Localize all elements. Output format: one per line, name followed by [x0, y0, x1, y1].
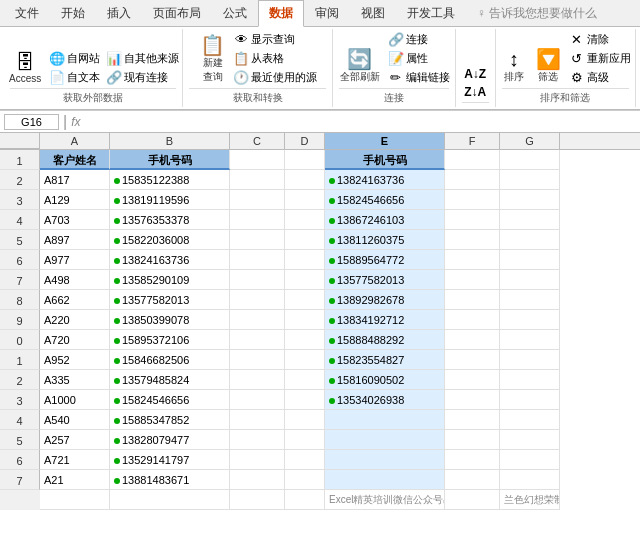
cell-c-4[interactable] [230, 250, 285, 270]
cell-e-6[interactable]: 13892982678 [325, 290, 445, 310]
cell-c-3[interactable] [230, 230, 285, 250]
cell-a-0[interactable]: A817 [40, 170, 110, 190]
web-button[interactable]: 🌐 自网站 [47, 50, 102, 67]
cell-e-1[interactable]: 15824546656 [325, 190, 445, 210]
cell-c-15[interactable] [230, 470, 285, 490]
cell-b-6[interactable]: 13577582013 [110, 290, 230, 310]
row-num-10[interactable]: 0 [0, 330, 40, 350]
cell-e-10[interactable]: 15816090502 [325, 370, 445, 390]
tab-view[interactable]: 视图 [350, 0, 396, 26]
cell-d-14[interactable] [285, 450, 325, 470]
cell-d-2[interactable] [285, 210, 325, 230]
cell-a-14[interactable]: A721 [40, 450, 110, 470]
cell-c-1[interactable] [230, 190, 285, 210]
cell-b-5[interactable]: 13585290109 [110, 270, 230, 290]
row-num-17[interactable]: 7 [0, 470, 40, 490]
cell-a-8[interactable]: A720 [40, 330, 110, 350]
cell-f-12[interactable] [445, 410, 500, 430]
cell-g-4[interactable] [500, 250, 560, 270]
cell-g-3[interactable] [500, 230, 560, 250]
recent-sources-button[interactable]: 🕐 最近使用的源 [231, 69, 319, 86]
cell-f-11[interactable] [445, 390, 500, 410]
cell-b-8[interactable]: 15895372106 [110, 330, 230, 350]
cell-a-13[interactable]: A257 [40, 430, 110, 450]
advanced-button[interactable]: ⚙ 高级 [567, 69, 633, 86]
cell-b-3[interactable]: 15822036008 [110, 230, 230, 250]
cell-c-0[interactable] [230, 170, 285, 190]
cell-b-15[interactable]: 13881483671 [110, 470, 230, 490]
cell-b-2[interactable]: 13576353378 [110, 210, 230, 230]
cell-c-8[interactable] [230, 330, 285, 350]
cell-f-3[interactable] [445, 230, 500, 250]
clear-button[interactable]: ✕ 清除 [567, 31, 633, 48]
cell-d-8[interactable] [285, 330, 325, 350]
cell-g-10[interactable] [500, 370, 560, 390]
cell-a-12[interactable]: A540 [40, 410, 110, 430]
cell-g-13[interactable] [500, 430, 560, 450]
cell-g-6[interactable] [500, 290, 560, 310]
sort-az-button[interactable]: A↓Z [462, 66, 488, 82]
cell-c-6[interactable] [230, 290, 285, 310]
formula-input[interactable] [85, 116, 637, 128]
cell-e-13[interactable] [325, 430, 445, 450]
cell-c-11[interactable] [230, 390, 285, 410]
col-header-g[interactable]: G [500, 133, 560, 149]
row-num-12[interactable]: 2 [0, 370, 40, 390]
cell-1d[interactable] [285, 150, 325, 170]
cell-c-2[interactable] [230, 210, 285, 230]
edit-links-button[interactable]: ✏ 编辑链接 [386, 69, 452, 86]
cell-c-7[interactable] [230, 310, 285, 330]
refresh-all-button[interactable]: 🔄 全部刷新 [336, 47, 384, 86]
row-num-15[interactable]: 5 [0, 430, 40, 450]
cell-b-10[interactable]: 13579485824 [110, 370, 230, 390]
cell-b-9[interactable]: 15846682506 [110, 350, 230, 370]
filter-button[interactable]: 🔽 筛选 [532, 47, 565, 86]
access-button[interactable]: 🗄 Access [5, 50, 45, 86]
cell-d-13[interactable] [285, 430, 325, 450]
cell-c-14[interactable] [230, 450, 285, 470]
cell-b-12[interactable]: 15885347852 [110, 410, 230, 430]
cell-d-0[interactable] [285, 170, 325, 190]
row-num-11[interactable]: 1 [0, 350, 40, 370]
cell-a-3[interactable]: A897 [40, 230, 110, 250]
header-customer[interactable]: 客户姓名 [40, 150, 110, 170]
cell-a-15[interactable]: A21 [40, 470, 110, 490]
row-num-4[interactable]: 4 [0, 210, 40, 230]
row-num-1[interactable]: 1 [0, 150, 40, 170]
reapply-button[interactable]: ↺ 重新应用 [567, 50, 633, 67]
cell-g-8[interactable] [500, 330, 560, 350]
row-num-3[interactable]: 3 [0, 190, 40, 210]
connection-button[interactable]: 🔗 连接 [386, 31, 452, 48]
cell-g-7[interactable] [500, 310, 560, 330]
cell-g-5[interactable] [500, 270, 560, 290]
cell-d-12[interactable] [285, 410, 325, 430]
col-header-e[interactable]: E [325, 133, 445, 149]
tab-help[interactable]: ♀ 告诉我您想要做什么 [466, 0, 608, 26]
cell-a-1[interactable]: A129 [40, 190, 110, 210]
cell-d-9[interactable] [285, 350, 325, 370]
cell-a-10[interactable]: A335 [40, 370, 110, 390]
cell-f-15[interactable] [445, 470, 500, 490]
cell-e-5[interactable]: 13577582013 [325, 270, 445, 290]
tab-file[interactable]: 文件 [4, 0, 50, 26]
cell-f-13[interactable] [445, 430, 500, 450]
tab-data[interactable]: 数据 [258, 0, 304, 27]
header-phone-b[interactable]: 手机号码 [110, 150, 230, 170]
cell-1c[interactable] [230, 150, 285, 170]
col-header-c[interactable]: C [230, 133, 285, 149]
cell-a-11[interactable]: A1000 [40, 390, 110, 410]
existing-connection-button[interactable]: 🔗 现有连接 [104, 69, 181, 86]
row-num-16[interactable]: 6 [0, 450, 40, 470]
cell-a-5[interactable]: A498 [40, 270, 110, 290]
tab-layout[interactable]: 页面布局 [142, 0, 212, 26]
cell-e-4[interactable]: 15889564772 [325, 250, 445, 270]
cell-f-10[interactable] [445, 370, 500, 390]
row-num-7[interactable]: 7 [0, 270, 40, 290]
cell-e-11[interactable]: 13534026938 [325, 390, 445, 410]
col-header-a[interactable]: A [40, 133, 110, 149]
cell-f-6[interactable] [445, 290, 500, 310]
cell-f-5[interactable] [445, 270, 500, 290]
cell-g-2[interactable] [500, 210, 560, 230]
cell-d-3[interactable] [285, 230, 325, 250]
sort-za-button[interactable]: Z↓A [462, 84, 488, 100]
